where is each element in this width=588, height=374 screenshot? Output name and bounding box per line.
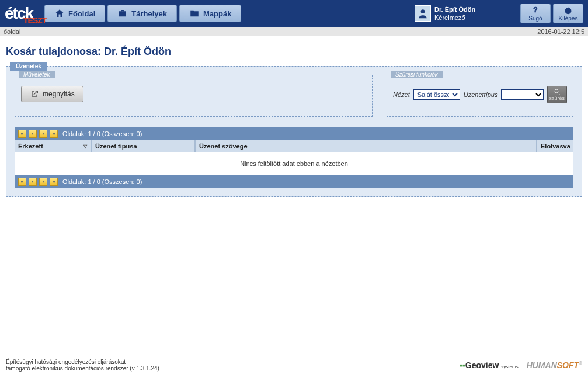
svg-line-5 xyxy=(558,93,559,95)
avatar xyxy=(415,5,431,22)
pager-last-b[interactable]: » xyxy=(50,178,58,186)
nav-storages-label: Tárhelyek xyxy=(131,9,167,18)
top-header: étck TESZT Főoldal Tárhelyek Mappák Dr. … xyxy=(0,0,588,27)
panels-row: Műveletek megnyitás Szűrési funkciók Néz… xyxy=(15,75,573,117)
open-icon xyxy=(30,89,39,99)
pager-first[interactable]: « xyxy=(18,130,26,138)
table-empty: Nincs feltöltött adat ebben a nézetben xyxy=(15,152,573,175)
pager-last[interactable]: » xyxy=(50,130,58,138)
pager-next[interactable]: › xyxy=(39,130,47,138)
sort-desc-icon: ▽ xyxy=(83,144,87,149)
col-received[interactable]: Érkezett ▽ xyxy=(15,140,92,152)
filter-button[interactable]: szűrés xyxy=(547,86,567,103)
logo-overlay: TESZT xyxy=(23,16,46,25)
pager-first-b[interactable]: « xyxy=(18,178,26,186)
user-info-box[interactable]: Dr. Épít Ödön Kérelmező xyxy=(415,5,475,22)
logout-button[interactable]: Kilépés xyxy=(553,4,583,23)
col-type[interactable]: Üzenet típusa xyxy=(92,140,196,152)
help-icon: ? xyxy=(531,6,540,15)
open-label: megnyitás xyxy=(43,90,75,98)
filter-panel: Szűrési funkciók Nézet Saját összes Üzen… xyxy=(387,75,573,117)
nav-storages[interactable]: Tárhelyek xyxy=(107,5,177,22)
app-logo: étck TESZT xyxy=(5,4,33,23)
type-label: Üzenettípus xyxy=(464,91,498,98)
user-name: Dr. Épít Ödön xyxy=(434,6,475,13)
pager-text-b: Oldalak: 1 / 0 (Összesen: 0) xyxy=(62,178,142,185)
type-select[interactable] xyxy=(501,89,543,100)
open-button[interactable]: megnyitás xyxy=(21,86,83,102)
folder-icon xyxy=(189,8,200,19)
col-received-label: Érkezett xyxy=(18,143,43,150)
logout-label: Kilépés xyxy=(559,15,578,22)
view-label: Nézet xyxy=(393,91,410,98)
content-area: Üzenetek Műveletek megnyitás Szűrési fun… xyxy=(0,66,588,197)
messages-legend: Üzenetek xyxy=(10,62,47,71)
messages-fieldset: Üzenetek Műveletek megnyitás Szűrési fun… xyxy=(6,66,582,197)
pager-bottom: « ‹ › » Oldalak: 1 / 0 (Összesen: 0) xyxy=(15,175,573,188)
pager-top: « ‹ › » Oldalak: 1 / 0 (Összesen: 0) xyxy=(15,127,573,140)
help-label: Súgó xyxy=(528,15,542,22)
view-select[interactable]: Saját összes xyxy=(413,89,460,100)
operations-panel: Műveletek megnyitás xyxy=(15,75,373,117)
nav-home-label: Főoldal xyxy=(68,9,95,18)
nav-folders-label: Mappák xyxy=(203,9,231,18)
svg-point-0 xyxy=(421,9,425,13)
search-icon xyxy=(554,88,561,95)
help-button[interactable]: ? Súgó xyxy=(520,4,551,23)
messages-table: « ‹ › » Oldalak: 1 / 0 (Összesen: 0) Érk… xyxy=(15,127,573,188)
header-actions: ? Súgó Kilépés xyxy=(520,4,583,23)
col-read[interactable]: Elolvasva xyxy=(537,140,573,152)
filter-legend: Szűrési funkciók xyxy=(391,71,443,78)
breadcrumb-bar: őoldal 2016-01-22 12:5 xyxy=(0,27,588,36)
briefcase-icon xyxy=(117,8,128,19)
user-role: Kérelmező xyxy=(434,14,465,21)
pager-next-b[interactable]: › xyxy=(39,178,47,186)
nav-folders[interactable]: Mappák xyxy=(179,5,241,22)
svg-text:?: ? xyxy=(533,6,537,14)
user-icon xyxy=(417,8,429,19)
table-header-row: Érkezett ▽ Üzenet típusa Üzenet szövege … xyxy=(15,140,573,152)
pager-prev[interactable]: ‹ xyxy=(29,130,37,138)
operations-legend: Műveletek xyxy=(19,71,55,78)
col-text[interactable]: Üzenet szövege xyxy=(196,140,537,152)
filter-label: szűrés xyxy=(549,95,565,101)
user-info-text: Dr. Épít Ödön Kérelmező xyxy=(434,5,475,22)
nav-home[interactable]: Főoldal xyxy=(44,5,105,22)
power-icon xyxy=(563,6,573,15)
pager-text: Oldalak: 1 / 0 (Összesen: 0) xyxy=(62,130,142,137)
page-title: Kosár tulajdonosa: Dr. Épít Ödön xyxy=(0,36,588,64)
home-icon xyxy=(54,8,65,19)
breadcrumb-path: őoldal xyxy=(4,28,20,35)
pager-prev-b[interactable]: ‹ xyxy=(29,178,37,186)
svg-point-4 xyxy=(555,89,558,93)
timestamp: 2016-01-22 12:5 xyxy=(537,28,584,35)
